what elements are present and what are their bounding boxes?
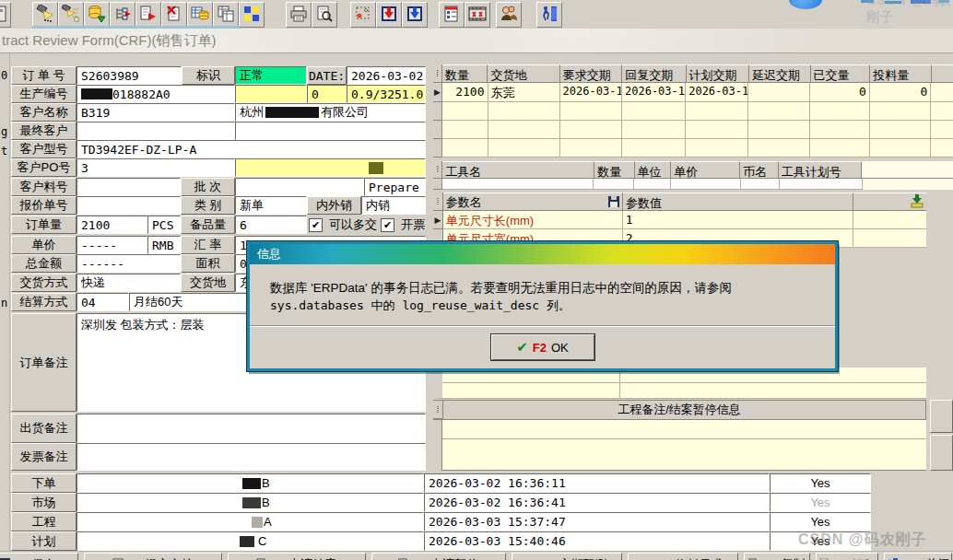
- notes-area-bottom[interactable]: [442, 439, 926, 471]
- invoice-checkbox[interactable]: ✔: [381, 218, 394, 232]
- watermark: CSDN @码农刚子: [798, 531, 926, 550]
- param-row[interactable]: ▶ 单元尺寸长(mm) 1: [433, 211, 926, 229]
- database-new-button[interactable]: [84, 2, 110, 28]
- staff-button[interactable]: [496, 2, 522, 28]
- delivery-table: ⁞ 数量 交货地 要求交期 回复交期 计划交期 延迟交期 已交量 投料量 ▶ 2…: [433, 64, 953, 158]
- filmstrip-button[interactable]: [465, 2, 490, 28]
- prod-extra-field[interactable]: [235, 85, 307, 103]
- approval-name-cell[interactable]: B: [76, 493, 424, 512]
- approval-time-cell: 2026-03-02 16:36:41: [424, 493, 770, 512]
- approval-label-gongcheng: 工程: [11, 512, 76, 531]
- import-red-icon: [380, 5, 398, 26]
- edge-fragment: 0: [1, 69, 7, 82]
- approval-label-shichang: 市场: [11, 493, 76, 512]
- trade-type-field[interactable]: 内销: [361, 196, 426, 215]
- category-field[interactable]: 新单: [235, 196, 307, 215]
- toolbar: [0, 0, 953, 28]
- export-doc-button[interactable]: [135, 2, 161, 28]
- delivery-row[interactable]: ▶ 2100 东莞 2026-03-12 2026-03-12 2026-03-…: [433, 83, 953, 102]
- qty-label: 订单量: [11, 216, 76, 234]
- modules-grid-icon: [242, 5, 261, 26]
- partial-toolbar-button[interactable]: [0, 2, 11, 28]
- exit-button[interactable]: [536, 2, 562, 28]
- copy-button[interactable]: F8复制: [744, 553, 810, 560]
- date-field[interactable]: 2026-03-02: [347, 66, 426, 85]
- price-field[interactable]: -----: [76, 236, 147, 254]
- order-no-label: 订 单 号: [11, 66, 76, 85]
- table-database-button[interactable]: [187, 2, 213, 28]
- multi-delivery-checkbox[interactable]: ✔: [309, 218, 323, 232]
- po-field[interactable]: 3: [76, 158, 235, 177]
- prod-count-field[interactable]: 0: [307, 85, 347, 103]
- delivery-forecast-button[interactable]: F6交期预测: [512, 553, 622, 560]
- dialog-ok-button[interactable]: ✔ F2 OK: [491, 334, 594, 360]
- print-button[interactable]: [286, 2, 312, 28]
- amount-label: 总金额: [11, 254, 76, 273]
- customer-code-field[interactable]: B319: [76, 103, 235, 122]
- download-icon[interactable]: [911, 194, 924, 211]
- settle-code-field[interactable]: 04: [76, 293, 129, 311]
- batch-status-field[interactable]: Prepare: [364, 178, 426, 196]
- print-preview-button[interactable]: [312, 2, 337, 28]
- filmstrip-icon: [468, 5, 487, 26]
- delivery-empty-row[interactable]: [433, 102, 953, 121]
- filter-search-button[interactable]: [58, 2, 84, 28]
- import-blue-button[interactable]: [402, 2, 428, 28]
- category-label: 类 别: [181, 196, 235, 215]
- delivery-empty-row[interactable]: [433, 139, 953, 158]
- request-pause-button[interactable]: F5申请暂停: [371, 553, 506, 560]
- submit-review-button[interactable]: F3提交审核: [84, 553, 222, 560]
- dialog-title: 信息: [257, 246, 281, 262]
- prod-no-field[interactable]: 018882A0: [76, 85, 235, 103]
- tools-empty-row[interactable]: [433, 179, 953, 190]
- request-close-button[interactable]: F4申请结案: [228, 553, 366, 560]
- save-icon[interactable]: [607, 195, 620, 211]
- final-customer-name-field[interactable]: [235, 122, 426, 140]
- qty-field[interactable]: 2100: [76, 216, 147, 234]
- approval-flag-cell: Yes: [770, 493, 871, 512]
- delete-doc-button[interactable]: [161, 2, 187, 28]
- close-button[interactable]: F10关闭: [884, 553, 952, 560]
- qty-unit-field[interactable]: PCS: [147, 216, 181, 234]
- table-handle-icon: ⁞: [433, 401, 443, 419]
- select-marquee-button[interactable]: [350, 2, 376, 28]
- currency-field[interactable]: RMB: [147, 236, 181, 254]
- print-footer-button[interactable]: F9打印: [816, 553, 878, 560]
- import-red-button[interactable]: [376, 2, 402, 28]
- approval-name-cell[interactable]: B: [76, 473, 424, 493]
- title-strip: tract Review Form(CRF)(销售订单): [0, 29, 953, 53]
- redaction-block: [242, 497, 261, 508]
- notes-area-top[interactable]: [442, 420, 926, 439]
- invoice-note-field[interactable]: [76, 443, 426, 471]
- material-demand-button[interactable]: F7物料需求: [628, 553, 738, 560]
- prod-ratio-field[interactable]: 0.9/3251.0: [347, 85, 426, 103]
- customer-name-field[interactable]: 杭州有限公司: [235, 103, 426, 122]
- notes-panel-title: 工程备注/结案暂停信息: [618, 402, 741, 418]
- table-handle-icon: ⁞: [433, 192, 443, 211]
- spare-qty-field[interactable]: 6: [235, 216, 307, 234]
- approval-name-cell[interactable]: A: [76, 512, 424, 531]
- search-button[interactable]: [32, 2, 58, 28]
- dialog-titlebar[interactable]: 信息: [250, 244, 835, 264]
- item-no-field[interactable]: [76, 178, 181, 196]
- batch-field[interactable]: [235, 178, 364, 196]
- ship-method-label: 交货方式: [11, 274, 76, 292]
- save-button[interactable]: F2保存: [0, 553, 78, 560]
- copy-table-button[interactable]: [213, 2, 239, 28]
- ship-method-field[interactable]: 快递: [76, 274, 181, 292]
- delivery-empty-row[interactable]: [433, 121, 953, 139]
- po-label: 客户PO号: [11, 158, 76, 177]
- quote-no-field[interactable]: [76, 196, 181, 215]
- approval-name-cell[interactable]: C: [76, 531, 424, 551]
- modules-grid-button[interactable]: [239, 2, 265, 28]
- model-field[interactable]: TD3942EF-DZ-LP-A: [76, 140, 426, 158]
- checklist-button[interactable]: [439, 2, 465, 28]
- po-extra-field[interactable]: [235, 158, 426, 177]
- final-customer-field[interactable]: [76, 122, 235, 140]
- ship-note-field[interactable]: [76, 414, 426, 443]
- order-no-field[interactable]: S2603989: [76, 66, 182, 85]
- hierarchy-export-button[interactable]: [110, 2, 135, 28]
- row-marker-icon: ▶: [433, 211, 443, 229]
- invoice-note-label: 发票备注: [11, 443, 76, 471]
- amount-field[interactable]: ------: [76, 254, 181, 273]
